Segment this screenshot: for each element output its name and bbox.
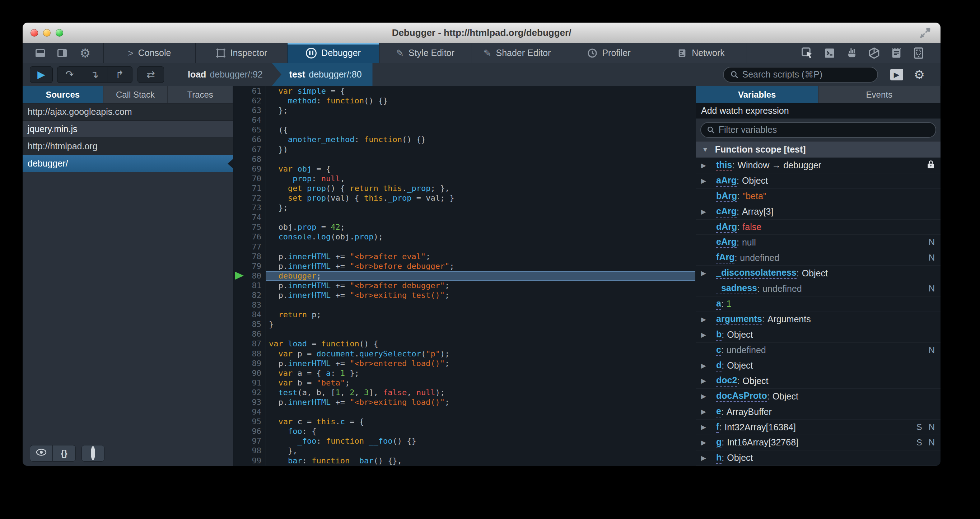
line-number[interactable]: 64 [234, 115, 266, 125]
expand-arrow-icon[interactable]: ▶ [701, 392, 716, 400]
line-number[interactable]: 62 [234, 96, 266, 105]
responsive-mode-icon[interactable] [913, 47, 925, 59]
line-number[interactable]: 92 [234, 388, 266, 397]
line-number[interactable]: 85 [234, 320, 266, 329]
expand-arrow-icon[interactable]: ▶ [701, 269, 716, 277]
breadcrumb-frame[interactable]: loaddebugger/:92 [178, 63, 272, 86]
line-number[interactable]: 68 [234, 154, 266, 164]
line-number[interactable]: 70 [234, 174, 266, 183]
dock-side-icon[interactable] [57, 49, 67, 57]
variable-row[interactable]: _sadness:undefinedN [696, 281, 940, 296]
line-number[interactable]: 99 [234, 456, 266, 465]
breadcrumb-frame[interactable]: testdebugger/:80 [272, 63, 372, 86]
tab-profiler[interactable]: Profiler [563, 43, 655, 63]
variable-row[interactable]: ▶docAsProto:Object [696, 389, 940, 404]
tab-debugger[interactable]: Debugger [288, 43, 379, 63]
tab-events[interactable]: Events [818, 86, 941, 103]
line-number[interactable]: 71 [234, 183, 266, 193]
variable-row[interactable]: c:undefinedN [696, 343, 940, 358]
debugger-settings-gear-icon[interactable]: ⚙ [914, 67, 925, 82]
script-search-box[interactable] [723, 67, 878, 83]
expand-arrow-icon[interactable]: ▶ [701, 331, 716, 339]
step-out-button[interactable]: ↱ [107, 67, 132, 83]
tab-network[interactable]: Network [655, 43, 747, 63]
source-item[interactable]: http://ajax.googleapis.com [22, 103, 233, 121]
expand-arrow-icon[interactable]: ▶ [701, 408, 716, 416]
variable-row[interactable]: ▶d:Object [696, 358, 940, 374]
line-number[interactable]: 79 [234, 261, 266, 271]
expand-arrow-icon[interactable]: ▶ [701, 315, 716, 323]
source-item[interactable]: jquery.min.js [22, 121, 233, 138]
line-number[interactable]: 76 [234, 232, 266, 242]
settings-gear-icon[interactable]: ⚙ [80, 47, 91, 59]
line-number[interactable]: 69 [234, 164, 266, 174]
line-number[interactable]: 77 [234, 242, 266, 252]
expand-arrow-icon[interactable]: ▶ [701, 177, 716, 185]
close-button[interactable] [30, 29, 38, 37]
tab-style-editor[interactable]: ✎Style Editor [379, 43, 471, 63]
paintbrush-icon[interactable] [846, 47, 858, 59]
tab-call-stack[interactable]: Call Stack [103, 86, 168, 103]
search-scripts-input[interactable] [742, 69, 871, 80]
blackbox-sources-button[interactable] [30, 445, 53, 462]
line-number[interactable]: 73 [234, 203, 266, 212]
source-item[interactable]: http://htmlpad.org [22, 138, 233, 155]
expand-arrow-icon[interactable]: ▶ [701, 161, 716, 169]
line-number[interactable]: 96 [234, 427, 266, 436]
variable-row[interactable]: ▶doc2:Object [696, 373, 940, 389]
expand-arrow-icon[interactable]: ▶ [701, 423, 716, 431]
line-number[interactable]: 84 [234, 310, 266, 320]
variable-row[interactable]: ▶h:Object [696, 451, 940, 466]
line-number[interactable]: 63 [234, 105, 266, 115]
variable-row[interactable]: ▶g:Int16Array[32768]SN [696, 435, 940, 451]
tilt-3d-icon[interactable] [868, 47, 880, 59]
line-number[interactable]: 83 [234, 300, 266, 310]
panel-toggle-button[interactable]: ▶ [890, 69, 903, 80]
line-number[interactable]: 82 [234, 290, 266, 300]
variable-row[interactable]: ▶arguments:Arguments [696, 312, 940, 327]
line-number[interactable]: 72 [234, 193, 266, 203]
line-number[interactable]: 93 [234, 397, 266, 407]
line-number[interactable]: 61 [234, 86, 266, 96]
line-number[interactable]: 97 [234, 436, 266, 446]
fullscreen-resize-icon[interactable] [919, 27, 931, 39]
line-number[interactable]: 74 [234, 212, 266, 222]
expand-arrow-icon[interactable]: ▶ [701, 454, 716, 462]
tab-inspector[interactable]: Inspector [196, 43, 288, 63]
line-number[interactable]: 90 [234, 368, 266, 378]
variable-row[interactable]: fArg:undefinedN [696, 250, 940, 266]
function-scope-header[interactable]: ▼ Function scope [test] [696, 142, 940, 158]
variable-row[interactable]: ▶b:Object [696, 327, 940, 343]
filter-variables-box[interactable] [700, 122, 936, 138]
line-number[interactable]: 91 [234, 378, 266, 388]
expand-arrow-icon[interactable]: ▶ [701, 377, 716, 385]
step-in-button[interactable]: ↴ [82, 67, 107, 83]
line-number[interactable]: 67 [234, 145, 266, 154]
tab-sources[interactable]: Sources [22, 86, 103, 103]
step-over-button[interactable]: ↷ [57, 67, 82, 83]
variable-row[interactable]: ▶cArg:Array[3] [696, 204, 940, 220]
zoom-button[interactable] [56, 29, 63, 37]
line-number[interactable]: 98 [234, 446, 266, 455]
tab-console[interactable]: >Console [104, 43, 196, 63]
blackbox-toggle-button[interactable]: ⇄ [137, 67, 164, 83]
tab-traces[interactable]: Traces [168, 86, 233, 103]
line-number[interactable]: 66 [234, 135, 266, 144]
line-number[interactable]: 65 [234, 125, 266, 135]
variable-row[interactable]: a:1 [696, 296, 940, 312]
expand-arrow-icon[interactable]: ▶ [701, 362, 716, 370]
variable-row[interactable]: dArg:false [696, 220, 940, 235]
toggle-breakpoints-button[interactable] [81, 445, 105, 462]
resume-button[interactable]: ▶ [30, 67, 53, 83]
line-number[interactable]: 94 [234, 407, 266, 417]
dock-bottom-icon[interactable] [35, 49, 45, 57]
pretty-print-button[interactable]: {} [53, 445, 76, 462]
minimize-button[interactable] [43, 29, 51, 37]
line-number[interactable]: 75 [234, 222, 266, 232]
line-number[interactable]: 80 [234, 271, 266, 281]
filter-variables-input[interactable] [719, 124, 930, 135]
expand-arrow-icon[interactable]: ▶ [701, 439, 716, 446]
variable-row[interactable]: ▶f:Int32Array[16384]SN [696, 420, 940, 435]
tab-variables[interactable]: Variables [696, 86, 818, 103]
variable-row[interactable]: ▶_disconsolateness:Object [696, 266, 940, 281]
